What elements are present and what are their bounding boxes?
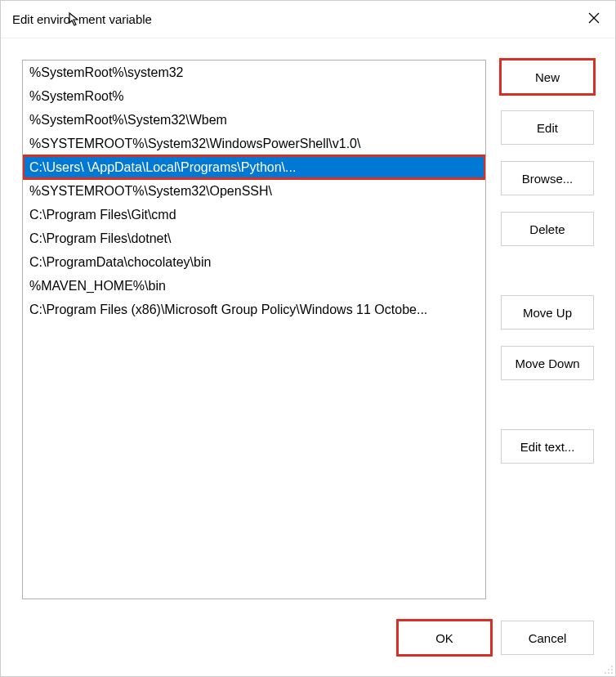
edit-text-button[interactable]: Edit text... xyxy=(501,429,594,464)
list-item[interactable]: C:\Users\ \AppData\Local\Programs\Python… xyxy=(23,155,485,179)
list-item[interactable]: C:\Program Files\Git\cmd xyxy=(23,203,485,226)
path-listbox[interactable]: %SystemRoot%\system32%SystemRoot%%System… xyxy=(22,60,486,599)
spacer xyxy=(501,397,594,413)
cancel-button[interactable]: Cancel xyxy=(501,621,594,655)
content-area: %SystemRoot%\system32%SystemRoot%%System… xyxy=(1,38,615,612)
list-item[interactable]: C:\ProgramData\chocolatey\bin xyxy=(23,250,485,274)
delete-button[interactable]: Delete xyxy=(501,212,594,246)
close-icon xyxy=(588,12,600,26)
title-prefix: Edit enviro xyxy=(12,12,70,26)
move-up-button[interactable]: Move Up xyxy=(501,295,594,330)
edit-env-var-dialog: Edit enviro ment variable %SystemRoot%\s… xyxy=(0,0,616,677)
list-item[interactable]: %SYSTEMROOT%\System32\OpenSSH\ xyxy=(23,179,485,203)
list-item[interactable]: %SystemRoot%\System32\Wbem xyxy=(23,108,485,132)
edit-button[interactable]: Edit xyxy=(501,110,594,145)
titlebar: Edit enviro ment variable xyxy=(1,1,615,38)
side-button-column: New Edit Browse... Delete Move Up Move D… xyxy=(501,60,594,606)
list-item[interactable]: %SYSTEMROOT%\System32\WindowsPowerShell\… xyxy=(23,132,485,155)
move-down-button[interactable]: Move Down xyxy=(501,346,594,380)
spacer xyxy=(501,262,594,279)
ok-button[interactable]: OK xyxy=(398,621,491,655)
new-button[interactable]: New xyxy=(501,60,594,94)
browse-button[interactable]: Browse... xyxy=(501,161,594,195)
list-item[interactable]: %MAVEN_HOME%\bin xyxy=(23,274,485,298)
dialog-footer: OK Cancel xyxy=(1,612,615,676)
close-button[interactable] xyxy=(584,10,604,29)
dialog-title: Edit enviro ment variable xyxy=(12,12,152,27)
title-suffix: ment variable xyxy=(78,12,152,26)
list-item[interactable]: %SystemRoot% xyxy=(23,84,485,108)
list-item[interactable]: C:\Program Files (x86)\Microsoft Group P… xyxy=(23,298,485,321)
list-item[interactable]: %SystemRoot%\system32 xyxy=(23,61,485,84)
list-item[interactable]: C:\Program Files\dotnet\ xyxy=(23,226,485,250)
